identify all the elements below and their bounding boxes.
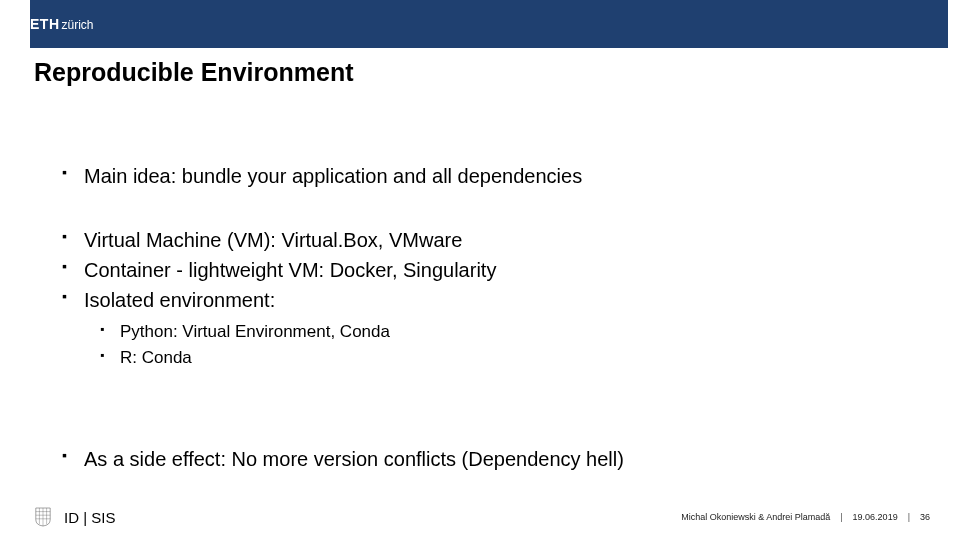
bullet-side-effect: As a side effect: No more version confli…	[62, 447, 920, 471]
slide-title: Reproducible Environment	[34, 58, 353, 87]
header-bar: ETH zürich	[30, 0, 948, 48]
eth-logo-bold: ETH	[30, 16, 60, 32]
sub-bullet-python: Python: Virtual Environment, Conda	[100, 322, 920, 342]
shield-icon	[34, 507, 52, 527]
footer-page: 36	[920, 512, 930, 522]
bullet-container: Container - lightweight VM: Docker, Sing…	[62, 258, 920, 282]
footer: ID | SIS Michal Okoniewski & Andrei Plam…	[0, 506, 960, 528]
footer-date: 19.06.2019	[853, 512, 898, 522]
bullet-vm: Virtual Machine (VM): Virtual.Box, VMwar…	[62, 228, 920, 252]
eth-logo: ETH zürich	[30, 16, 94, 32]
bullet-isolated: Isolated environment: Python: Virtual En…	[62, 288, 920, 369]
footer-sep-2: |	[908, 512, 910, 522]
footer-sep-1: |	[840, 512, 842, 522]
bullet-main-idea: Main idea: bundle your application and a…	[62, 164, 920, 188]
sub-bullet-r: R: Conda	[100, 348, 920, 368]
slide-content: Main idea: bundle your application and a…	[62, 164, 920, 477]
footer-dept: ID | SIS	[64, 509, 115, 526]
footer-authors: Michal Okoniewski & Andrei Plamadă	[681, 512, 830, 522]
bullet-isolated-text: Isolated environment:	[84, 289, 275, 311]
eth-logo-thin: zürich	[62, 18, 94, 32]
